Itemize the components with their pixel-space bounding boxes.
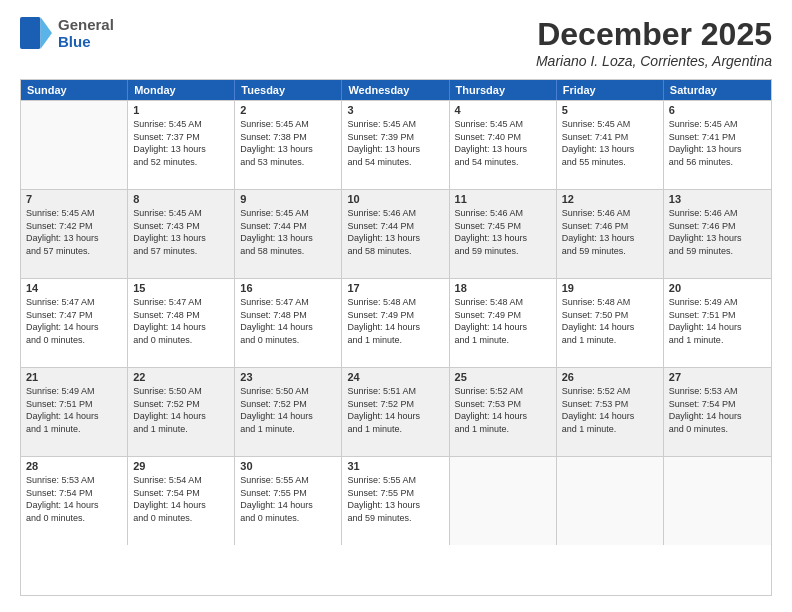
cal-cell: 15Sunrise: 5:47 AMSunset: 7:48 PMDayligh…	[128, 279, 235, 367]
day-info-16: Sunrise: 5:47 AMSunset: 7:48 PMDaylight:…	[240, 296, 336, 346]
logo: General Blue	[20, 16, 114, 50]
day-number-20: 20	[669, 282, 766, 294]
day-info-1: Sunrise: 5:45 AMSunset: 7:37 PMDaylight:…	[133, 118, 229, 168]
cal-cell	[450, 457, 557, 545]
day-number-18: 18	[455, 282, 551, 294]
cal-cell: 13Sunrise: 5:46 AMSunset: 7:46 PMDayligh…	[664, 190, 771, 278]
day-info-7: Sunrise: 5:45 AMSunset: 7:42 PMDaylight:…	[26, 207, 122, 257]
logo-svg	[20, 17, 52, 49]
day-info-3: Sunrise: 5:45 AMSunset: 7:39 PMDaylight:…	[347, 118, 443, 168]
day-number-27: 27	[669, 371, 766, 383]
day-info-20: Sunrise: 5:49 AMSunset: 7:51 PMDaylight:…	[669, 296, 766, 346]
day-number-29: 29	[133, 460, 229, 472]
day-number-23: 23	[240, 371, 336, 383]
day-info-19: Sunrise: 5:48 AMSunset: 7:50 PMDaylight:…	[562, 296, 658, 346]
day-number-14: 14	[26, 282, 122, 294]
cal-cell: 10Sunrise: 5:46 AMSunset: 7:44 PMDayligh…	[342, 190, 449, 278]
cal-cell: 28Sunrise: 5:53 AMSunset: 7:54 PMDayligh…	[21, 457, 128, 545]
day-info-12: Sunrise: 5:46 AMSunset: 7:46 PMDaylight:…	[562, 207, 658, 257]
header-day-friday: Friday	[557, 80, 664, 100]
cal-cell: 14Sunrise: 5:47 AMSunset: 7:47 PMDayligh…	[21, 279, 128, 367]
day-number-28: 28	[26, 460, 122, 472]
day-number-16: 16	[240, 282, 336, 294]
cal-cell: 16Sunrise: 5:47 AMSunset: 7:48 PMDayligh…	[235, 279, 342, 367]
day-number-7: 7	[26, 193, 122, 205]
cal-cell: 7Sunrise: 5:45 AMSunset: 7:42 PMDaylight…	[21, 190, 128, 278]
cal-cell: 27Sunrise: 5:53 AMSunset: 7:54 PMDayligh…	[664, 368, 771, 456]
day-number-21: 21	[26, 371, 122, 383]
header-day-thursday: Thursday	[450, 80, 557, 100]
day-number-3: 3	[347, 104, 443, 116]
cal-cell: 9Sunrise: 5:45 AMSunset: 7:44 PMDaylight…	[235, 190, 342, 278]
day-info-6: Sunrise: 5:45 AMSunset: 7:41 PMDaylight:…	[669, 118, 766, 168]
day-number-8: 8	[133, 193, 229, 205]
day-number-30: 30	[240, 460, 336, 472]
day-info-26: Sunrise: 5:52 AMSunset: 7:53 PMDaylight:…	[562, 385, 658, 435]
day-number-12: 12	[562, 193, 658, 205]
day-info-9: Sunrise: 5:45 AMSunset: 7:44 PMDaylight:…	[240, 207, 336, 257]
cal-cell: 20Sunrise: 5:49 AMSunset: 7:51 PMDayligh…	[664, 279, 771, 367]
day-info-27: Sunrise: 5:53 AMSunset: 7:54 PMDaylight:…	[669, 385, 766, 435]
day-number-11: 11	[455, 193, 551, 205]
day-number-5: 5	[562, 104, 658, 116]
location: Mariano I. Loza, Corrientes, Argentina	[536, 53, 772, 69]
cal-cell: 2Sunrise: 5:45 AMSunset: 7:38 PMDaylight…	[235, 101, 342, 189]
day-number-2: 2	[240, 104, 336, 116]
day-info-31: Sunrise: 5:55 AMSunset: 7:55 PMDaylight:…	[347, 474, 443, 524]
cal-cell: 19Sunrise: 5:48 AMSunset: 7:50 PMDayligh…	[557, 279, 664, 367]
cal-cell	[664, 457, 771, 545]
day-number-19: 19	[562, 282, 658, 294]
day-info-15: Sunrise: 5:47 AMSunset: 7:48 PMDaylight:…	[133, 296, 229, 346]
day-info-21: Sunrise: 5:49 AMSunset: 7:51 PMDaylight:…	[26, 385, 122, 435]
header-day-saturday: Saturday	[664, 80, 771, 100]
cal-cell: 4Sunrise: 5:45 AMSunset: 7:40 PMDaylight…	[450, 101, 557, 189]
day-number-22: 22	[133, 371, 229, 383]
week-row-5: 28Sunrise: 5:53 AMSunset: 7:54 PMDayligh…	[21, 456, 771, 545]
day-number-26: 26	[562, 371, 658, 383]
cal-cell: 22Sunrise: 5:50 AMSunset: 7:52 PMDayligh…	[128, 368, 235, 456]
cal-cell: 17Sunrise: 5:48 AMSunset: 7:49 PMDayligh…	[342, 279, 449, 367]
week-row-1: 1Sunrise: 5:45 AMSunset: 7:37 PMDaylight…	[21, 100, 771, 189]
day-info-8: Sunrise: 5:45 AMSunset: 7:43 PMDaylight:…	[133, 207, 229, 257]
header-day-monday: Monday	[128, 80, 235, 100]
day-info-22: Sunrise: 5:50 AMSunset: 7:52 PMDaylight:…	[133, 385, 229, 435]
day-number-13: 13	[669, 193, 766, 205]
cal-cell	[557, 457, 664, 545]
day-info-24: Sunrise: 5:51 AMSunset: 7:52 PMDaylight:…	[347, 385, 443, 435]
cal-cell: 24Sunrise: 5:51 AMSunset: 7:52 PMDayligh…	[342, 368, 449, 456]
day-number-10: 10	[347, 193, 443, 205]
day-info-4: Sunrise: 5:45 AMSunset: 7:40 PMDaylight:…	[455, 118, 551, 168]
cal-cell: 25Sunrise: 5:52 AMSunset: 7:53 PMDayligh…	[450, 368, 557, 456]
day-info-28: Sunrise: 5:53 AMSunset: 7:54 PMDaylight:…	[26, 474, 122, 524]
svg-rect-0	[20, 17, 40, 49]
day-info-23: Sunrise: 5:50 AMSunset: 7:52 PMDaylight:…	[240, 385, 336, 435]
calendar-body: 1Sunrise: 5:45 AMSunset: 7:37 PMDaylight…	[21, 100, 771, 545]
day-number-9: 9	[240, 193, 336, 205]
day-info-10: Sunrise: 5:46 AMSunset: 7:44 PMDaylight:…	[347, 207, 443, 257]
cal-cell: 21Sunrise: 5:49 AMSunset: 7:51 PMDayligh…	[21, 368, 128, 456]
cal-cell: 1Sunrise: 5:45 AMSunset: 7:37 PMDaylight…	[128, 101, 235, 189]
logo-line1: General	[58, 16, 114, 33]
cal-cell: 23Sunrise: 5:50 AMSunset: 7:52 PMDayligh…	[235, 368, 342, 456]
page: General Blue December 2025 Mariano I. Lo…	[0, 0, 792, 612]
day-info-29: Sunrise: 5:54 AMSunset: 7:54 PMDaylight:…	[133, 474, 229, 524]
cal-cell: 3Sunrise: 5:45 AMSunset: 7:39 PMDaylight…	[342, 101, 449, 189]
day-number-1: 1	[133, 104, 229, 116]
cal-cell: 11Sunrise: 5:46 AMSunset: 7:45 PMDayligh…	[450, 190, 557, 278]
day-info-14: Sunrise: 5:47 AMSunset: 7:47 PMDaylight:…	[26, 296, 122, 346]
cal-cell: 12Sunrise: 5:46 AMSunset: 7:46 PMDayligh…	[557, 190, 664, 278]
day-info-13: Sunrise: 5:46 AMSunset: 7:46 PMDaylight:…	[669, 207, 766, 257]
cal-cell	[21, 101, 128, 189]
day-number-6: 6	[669, 104, 766, 116]
header-day-tuesday: Tuesday	[235, 80, 342, 100]
header: General Blue December 2025 Mariano I. Lo…	[20, 16, 772, 69]
cal-cell: 5Sunrise: 5:45 AMSunset: 7:41 PMDaylight…	[557, 101, 664, 189]
title-section: December 2025 Mariano I. Loza, Corriente…	[536, 16, 772, 69]
week-row-2: 7Sunrise: 5:45 AMSunset: 7:42 PMDaylight…	[21, 189, 771, 278]
header-day-sunday: Sunday	[21, 80, 128, 100]
header-day-wednesday: Wednesday	[342, 80, 449, 100]
cal-cell: 8Sunrise: 5:45 AMSunset: 7:43 PMDaylight…	[128, 190, 235, 278]
day-info-18: Sunrise: 5:48 AMSunset: 7:49 PMDaylight:…	[455, 296, 551, 346]
day-number-24: 24	[347, 371, 443, 383]
calendar-header: SundayMondayTuesdayWednesdayThursdayFrid…	[21, 80, 771, 100]
